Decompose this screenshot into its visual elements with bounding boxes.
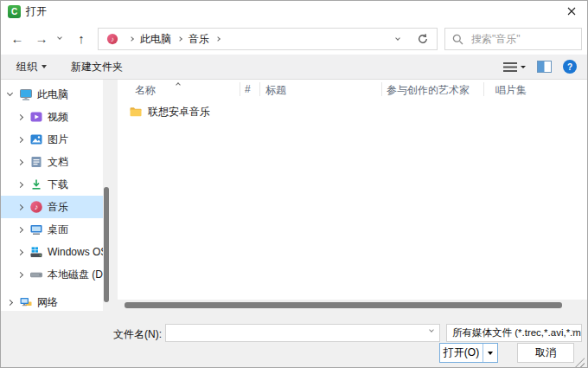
chevron-collapsed-icon bbox=[17, 181, 23, 187]
sidebar-scrollbar-thumb[interactable] bbox=[104, 187, 109, 302]
sidebar-item-label: 本地磁盘 (D:) bbox=[48, 268, 103, 282]
network-icon bbox=[19, 295, 33, 309]
sidebar-item-label: 桌面 bbox=[48, 223, 68, 237]
organize-button[interactable]: 组织 bbox=[16, 60, 47, 74]
search-icon bbox=[452, 34, 463, 45]
sidebar-item-pictures[interactable]: 图片 bbox=[1, 128, 103, 151]
sidebar-item-label: 音乐 bbox=[48, 200, 68, 215]
filename-input[interactable] bbox=[166, 325, 439, 341]
sidebar-item-windows-os-drive[interactable]: Windows OS (C:) bbox=[1, 241, 103, 263]
horizontal-scrollbar-thumb[interactable] bbox=[125, 302, 562, 308]
change-view-button[interactable] bbox=[503, 61, 526, 73]
close-button[interactable] bbox=[556, 1, 587, 22]
refresh-button[interactable] bbox=[417, 33, 429, 45]
filetype-combobox[interactable]: 所有媒体文件 (*.trec,*.avi,*.mp bbox=[446, 324, 582, 342]
chevron-collapsed-icon bbox=[17, 136, 23, 142]
sidebar-item-label: 图片 bbox=[48, 132, 68, 147]
folder-icon bbox=[129, 105, 143, 119]
videos-icon bbox=[29, 110, 43, 124]
sidebar-item-label: 视频 bbox=[48, 110, 68, 125]
new-folder-button[interactable]: 新建文件夹 bbox=[71, 60, 123, 74]
sidebar-item-this-pc[interactable]: 此电脑 bbox=[1, 83, 103, 106]
sidebar-item-desktop[interactable]: 桌面 bbox=[1, 218, 103, 241]
toolbar-right-group: ? bbox=[503, 60, 577, 74]
column-separator[interactable] bbox=[259, 82, 260, 96]
chevron-collapsed-icon bbox=[17, 271, 23, 277]
cancel-button[interactable]: 取消 bbox=[517, 343, 574, 363]
preview-pane-icon bbox=[537, 61, 552, 73]
back-button[interactable]: ← bbox=[8, 27, 27, 49]
search-box bbox=[444, 28, 582, 50]
sidebar-item-videos[interactable]: 视频 bbox=[1, 106, 103, 128]
history-dropdown-button[interactable] bbox=[54, 27, 65, 49]
sort-ascending-icon bbox=[176, 82, 181, 87]
filename-label: 文件名(N): bbox=[79, 327, 162, 342]
sidebar-item-downloads[interactable]: 下载 bbox=[1, 173, 103, 196]
sidebar-item-local-disk-d[interactable]: 本地磁盘 (D:) bbox=[1, 263, 103, 286]
chevron-expanded-icon bbox=[7, 90, 13, 96]
open-button[interactable]: 打开(O) bbox=[440, 344, 483, 362]
sidebar-item-label: Windows OS (C:) bbox=[48, 246, 103, 258]
dialog-footer: 文件名(N): 所有媒体文件 (*.trec,*.avi,*.mp 打开(O) … bbox=[1, 311, 587, 368]
column-header-artists[interactable]: 参与创作的艺术家 bbox=[387, 83, 470, 98]
app-logo-icon: C bbox=[8, 5, 21, 18]
desktop-icon bbox=[29, 223, 43, 236]
chevron-collapsed-icon bbox=[17, 113, 23, 119]
address-dropdown-icon[interactable] bbox=[395, 36, 400, 41]
file-row-folder[interactable]: 联想安卓音乐 bbox=[118, 102, 588, 121]
column-header-number[interactable]: # bbox=[245, 83, 251, 95]
chevron-collapsed-icon bbox=[17, 226, 23, 232]
file-list: 名称 # 标题 参与创作的艺术家 唱片集 联想安卓音乐 bbox=[118, 80, 588, 300]
downloads-icon bbox=[29, 178, 43, 191]
music-location-icon: ♪ bbox=[106, 33, 118, 45]
navigation-bar: ← → ↑ ♪ 此电脑 音乐 bbox=[1, 22, 587, 55]
filetype-value: 所有媒体文件 (*.trec,*.avi,*.mp bbox=[452, 326, 582, 339]
navigation-pane: 此电脑 视频 图片 bbox=[1, 80, 103, 313]
svg-text:♪: ♪ bbox=[111, 36, 114, 43]
dropdown-arrow-icon bbox=[488, 352, 493, 355]
horizontal-scrollbar-track[interactable] bbox=[118, 300, 588, 311]
column-header-album[interactable]: 唱片集 bbox=[495, 83, 527, 98]
this-pc-icon bbox=[19, 87, 33, 101]
help-button[interactable]: ? bbox=[563, 60, 577, 74]
column-separator[interactable] bbox=[483, 82, 484, 96]
column-separator[interactable] bbox=[381, 82, 382, 96]
refresh-icon bbox=[417, 33, 429, 45]
breadcrumb: ♪ 此电脑 音乐 bbox=[98, 28, 438, 50]
breadcrumb-separator-icon bbox=[129, 36, 134, 42]
column-separator[interactable] bbox=[240, 82, 240, 96]
breadcrumb-separator-icon bbox=[177, 36, 182, 42]
search-input[interactable] bbox=[470, 32, 574, 46]
open-dropdown-button[interactable] bbox=[483, 344, 497, 362]
command-toolbar: 组织 新建文件夹 bbox=[1, 55, 587, 80]
chevron-down-icon bbox=[57, 35, 62, 40]
svg-text:♪: ♪ bbox=[35, 203, 39, 211]
window-title: 打开 bbox=[26, 4, 47, 19]
column-header-title[interactable]: 标题 bbox=[265, 83, 286, 98]
forward-button[interactable]: → bbox=[32, 27, 51, 49]
filename-combobox bbox=[165, 324, 440, 342]
sidebar-item-label: 文档 bbox=[48, 155, 68, 170]
sidebar-item-music[interactable]: ♪ 音乐 bbox=[1, 196, 103, 218]
chevron-collapsed-icon bbox=[17, 249, 23, 255]
chevron-collapsed-icon bbox=[7, 299, 13, 305]
sidebar-item-network[interactable]: 网络 bbox=[1, 291, 103, 313]
resize-grip[interactable] bbox=[575, 358, 585, 367]
close-icon bbox=[567, 7, 576, 16]
breadcrumb-item-music[interactable]: 音乐 bbox=[189, 32, 209, 47]
column-header-name[interactable]: 名称 bbox=[135, 83, 156, 98]
disk-drive-icon bbox=[29, 268, 43, 281]
up-button[interactable]: ↑ bbox=[72, 27, 91, 49]
titlebar: C 打开 bbox=[1, 1, 587, 22]
dropdown-arrow-icon bbox=[521, 66, 526, 68]
documents-icon bbox=[29, 155, 43, 169]
organize-label: 组织 bbox=[16, 60, 37, 74]
open-split-button: 打开(O) bbox=[439, 343, 498, 363]
preview-pane-button[interactable] bbox=[537, 61, 552, 73]
sidebar-item-label: 下载 bbox=[48, 178, 68, 192]
file-name: 联想安卓音乐 bbox=[148, 105, 210, 119]
chevron-collapsed-icon bbox=[17, 203, 23, 210]
sidebar-item-documents[interactable]: 文档 bbox=[1, 151, 103, 173]
list-view-icon bbox=[503, 61, 517, 73]
breadcrumb-item-this-pc[interactable]: 此电脑 bbox=[140, 32, 171, 47]
